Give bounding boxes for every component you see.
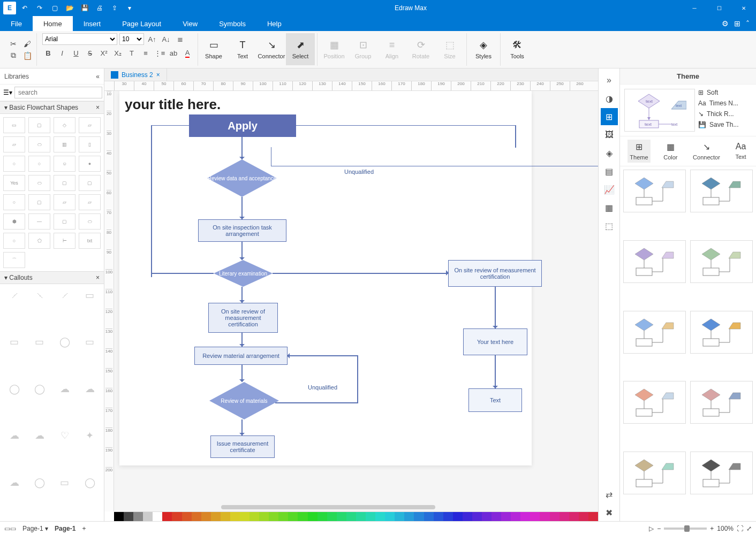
fit-page-icon[interactable]: ⛶ [737,525,743,532]
filter-tool-icon[interactable]: ⇄ [601,486,618,503]
subscript-button[interactable]: X₂ [112,47,124,59]
callout-item[interactable]: ▭ [28,334,50,350]
color-swatch[interactable] [385,512,395,521]
bold-button[interactable]: B [42,47,54,59]
shape-item[interactable]: ▭ [3,117,25,133]
shape-item[interactable]: ○ [28,156,50,172]
select-button[interactable]: ⬈Select [286,33,315,65]
color-swatch[interactable] [327,512,337,521]
callout-item[interactable]: ☁ [54,381,75,397]
expand-panel-icon[interactable]: » [601,72,618,89]
shape-item[interactable]: ○ [3,233,25,249]
color-swatch[interactable] [501,512,511,521]
shape-item[interactable]: ▢ [28,117,50,133]
color-swatch[interactable] [472,512,482,521]
document-tab[interactable]: Business 2 × [104,68,167,81]
theme-cat-connector[interactable]: ↘Connector [691,140,722,163]
superscript-button[interactable]: X² [98,47,110,59]
node-literary[interactable] [214,260,273,287]
color-swatch[interactable] [424,512,434,521]
increase-font-button[interactable]: A↑ [146,33,158,45]
theme-cat-text[interactable]: AaText [734,140,749,163]
export-button[interactable]: ⇪ [108,2,121,14]
color-swatch[interactable] [375,512,385,521]
shape-item[interactable]: ▱ [79,117,101,133]
color-swatch[interactable] [182,512,192,521]
window-minimize[interactable]: ─ [682,0,707,16]
menu-tab-page-layout[interactable]: Page Layout [111,16,172,31]
color-swatch[interactable] [221,512,230,521]
callout-item[interactable]: ◯ [3,381,25,397]
presentation-icon[interactable]: ▷ [649,525,654,532]
theme-cat-color[interactable]: ▦Color [661,140,679,163]
color-swatch[interactable] [404,512,414,521]
color-swatch[interactable] [250,512,259,521]
color-swatch[interactable] [588,512,598,521]
theme-thumbnail[interactable] [690,452,753,494]
callout-item[interactable]: ▭ [79,287,101,303]
color-swatch[interactable] [366,512,375,521]
color-swatch[interactable] [114,512,124,521]
image-tool-icon[interactable]: 🖼 [601,126,618,143]
color-swatch[interactable] [520,512,530,521]
strike-button[interactable]: S̶ [84,47,96,59]
lib-section-callouts[interactable]: ▾ Callouts × [0,271,104,284]
close-doc-icon[interactable]: × [156,71,160,79]
page-tab[interactable]: Page-1 [55,525,75,532]
color-swatch[interactable] [211,512,221,521]
underline-button[interactable]: U [70,47,82,59]
color-swatch[interactable] [550,512,560,521]
color-swatch[interactable] [259,512,269,521]
color-swatch[interactable] [569,512,579,521]
shape-item[interactable]: txt [79,233,101,249]
menu-tab-insert[interactable]: Insert [73,16,112,31]
callout-item[interactable]: ◯ [79,475,101,491]
add-page-button[interactable]: + [82,525,86,532]
color-swatch[interactable] [346,512,356,521]
zoom-in-button[interactable]: + [710,525,714,532]
theme-thumbnail[interactable] [623,452,686,494]
color-swatch[interactable] [453,512,463,521]
theme-thumbnail[interactable] [690,311,753,354]
shape-item[interactable]: ▱ [79,194,101,210]
print-button[interactable]: 🖨 [93,2,106,14]
theme-thumbnail[interactable] [623,170,686,212]
color-swatch[interactable] [172,512,182,521]
color-swatch[interactable] [230,512,240,521]
shape-item[interactable]: ▱ [3,136,25,152]
zoom-out-button[interactable]: − [657,525,661,532]
shape-item[interactable]: ▢ [54,175,75,191]
chart-tool-icon[interactable]: 📈 [601,181,618,198]
connector-button[interactable]: ↘Connector [257,33,286,65]
shape-item[interactable]: ⊢ [54,233,75,249]
redo-button[interactable]: ↷ [33,2,46,14]
color-swatch[interactable] [356,512,366,521]
callout-item[interactable]: ☁ [28,427,50,444]
lib-section-basic[interactable]: ▾ Basic Flowchart Shapes × [0,101,104,114]
node-review-material[interactable]: Review material arrangement [194,347,288,365]
node-onsite-review[interactable]: On site review of measurement certificat… [208,303,278,333]
callout-item[interactable]: ▭ [79,334,101,350]
shape-item[interactable]: ⌒ [3,252,25,268]
callout-item[interactable]: ◯ [54,334,75,350]
collapse-library-icon[interactable]: « [96,73,100,80]
callout-item[interactable]: ☁ [3,475,25,491]
theme-tool-icon[interactable]: ⊞ [601,108,618,125]
window-close[interactable]: ✕ [731,0,756,16]
color-swatch[interactable] [414,512,424,521]
callout-item[interactable]: ♡ [54,427,75,444]
color-swatch[interactable] [124,512,133,521]
shape-item[interactable]: ⬠ [28,233,50,249]
layers-tool-icon[interactable]: ◈ [601,144,618,162]
callout-item[interactable]: ⟋ [3,287,25,303]
page-selector[interactable]: Page-1 ▾ [22,525,48,532]
highlight-button[interactable]: T [126,47,138,59]
shape-item[interactable]: ○ [3,194,25,210]
close-section-icon[interactable]: × [96,104,100,111]
line-spacing-button[interactable]: ≡ [140,47,152,59]
canvas[interactable]: your title here. Apply Review data and a… [114,91,598,511]
decrease-font-button[interactable]: A↓ [160,33,172,45]
color-swatch[interactable] [434,512,443,521]
apps-icon[interactable]: ⊞ [734,19,740,28]
shape-item[interactable]: ▢ [28,194,50,210]
